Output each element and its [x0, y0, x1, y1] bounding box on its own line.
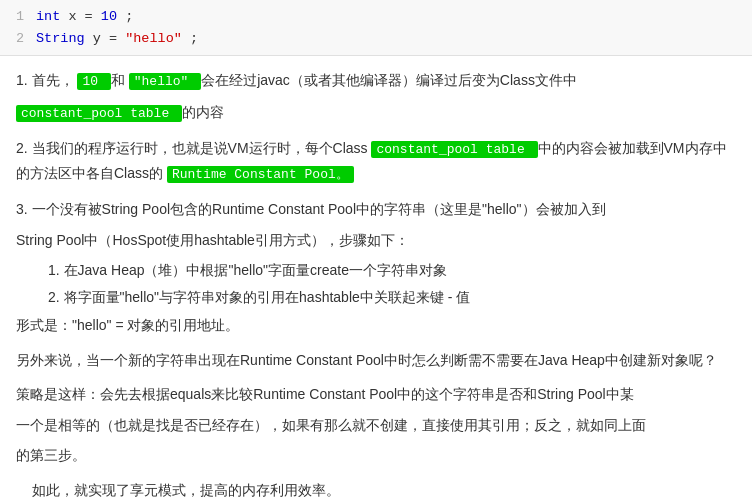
highlight-constant-pool: constant_pool table	[16, 105, 182, 122]
string-literal: "hello"	[125, 31, 182, 46]
item1-prefix: 1. 首先，	[16, 72, 74, 88]
extra-2-text-line3: 的第三步。	[16, 447, 86, 463]
sub-item-1: 1. 在Java Heap（堆）中根据"hello"字面量create一个字符串…	[48, 258, 736, 283]
sub-list: 1. 在Java Heap（堆）中根据"hello"字面量create一个字符串…	[48, 258, 736, 309]
code-content-2: String y = "hello" ;	[32, 28, 198, 50]
code-text: ;	[125, 9, 133, 24]
item2-prefix: 2. 当我们的程序运行时，也就是说VM运行时，每个Class	[16, 140, 371, 156]
extra-1-text: 另外来说，当一个新的字符串出现在Runtime Constant Pool中时怎…	[16, 352, 717, 368]
extra-2-text-line2: 一个是相等的（也就是找是否已经存在），如果有那么就不创建，直接使用其引用；反之，…	[16, 417, 646, 433]
main-container: 1 int x = 10 ; 2 String y = "hello" ; 1.…	[0, 0, 752, 501]
highlight-constant-pool-2: constant_pool table	[371, 141, 537, 158]
item3-text: 3. 一个没有被String Pool包含的Runtime Constant P…	[16, 201, 606, 217]
line-number-2: 2	[0, 28, 32, 50]
item1-text3: 的内容	[182, 104, 224, 120]
section-3: 3. 一个没有被String Pool包含的Runtime Constant P…	[16, 197, 736, 338]
item1-line1: 1. 首先， 10 和 "hello" 会在经过javac（或者其他编译器）编译…	[16, 68, 736, 94]
extra-2-text-line1: 策略是这样：会先去根据equals来比较Runtime Constant Poo…	[16, 386, 634, 402]
item3-main: 3. 一个没有被String Pool包含的Runtime Constant P…	[16, 197, 736, 222]
highlight-runtime-constant-pool: Runtime Constant Pool。	[167, 166, 354, 183]
extra-para-1: 另外来说，当一个新的字符串出现在Runtime Constant Pool中时怎…	[16, 348, 736, 373]
section-2: 2. 当我们的程序运行时，也就是说VM运行时，每个Class constant_…	[16, 136, 736, 188]
sub-item-2: 2. 将字面量"hello"与字符串对象的引用在hashtable中关联起来键 …	[48, 285, 736, 310]
code-text: ;	[190, 31, 198, 46]
code-line-1: 1 int x = 10 ;	[0, 6, 752, 28]
code-content-1: int x = 10 ;	[32, 6, 133, 28]
item2-text: 2. 当我们的程序运行时，也就是说VM运行时，每个Class constant_…	[16, 136, 736, 188]
keyword-string: String	[36, 31, 85, 46]
line-number-1: 1	[0, 6, 32, 28]
sub-item-2-text: 2. 将字面量"hello"与字符串对象的引用在hashtable中关联起来键 …	[48, 289, 470, 305]
extra-para-3: 如此，就实现了享元模式，提高的内存利用效率。	[32, 478, 736, 501]
item3-form-text: 形式是："hello" = 对象的引用地址。	[16, 317, 239, 333]
section-1: 1. 首先， 10 和 "hello" 会在经过javac（或者其他编译器）编译…	[16, 68, 736, 126]
highlight-10: 10	[77, 73, 110, 90]
item3-continuation: String Pool中（HosSpot使用hashtable引用方式），步骤如…	[16, 228, 736, 253]
extra-para-2-line3: 的第三步。	[16, 443, 736, 468]
keyword-int: int	[36, 9, 60, 24]
extra-3-text: 如此，就实现了享元模式，提高的内存利用效率。	[32, 482, 340, 498]
content-area: 1. 首先， 10 和 "hello" 会在经过javac（或者其他编译器）编译…	[0, 56, 752, 501]
item1-line2: constant_pool table 的内容	[16, 100, 736, 126]
sub-item-1-text: 1. 在Java Heap（堆）中根据"hello"字面量create一个字符串…	[48, 262, 447, 278]
number-literal: 10	[101, 9, 117, 24]
extra-para-2-line2: 一个是相等的（也就是找是否已经存在），如果有那么就不创建，直接使用其引用；反之，…	[16, 413, 736, 438]
code-text: x =	[68, 9, 100, 24]
extra-para-2: 策略是这样：会先去根据equals来比较Runtime Constant Poo…	[16, 382, 736, 407]
item1-text2: 会在经过javac（或者其他编译器）编译过后变为Class文件中	[201, 72, 577, 88]
code-block: 1 int x = 10 ; 2 String y = "hello" ;	[0, 0, 752, 56]
highlight-hello: "hello"	[129, 73, 201, 90]
item3-form: 形式是："hello" = 对象的引用地址。	[16, 313, 736, 338]
code-line-2: 2 String y = "hello" ;	[0, 28, 752, 50]
code-text: y =	[93, 31, 125, 46]
item3-text2: String Pool中（HosSpot使用hashtable引用方式），步骤如…	[16, 232, 409, 248]
item1-text1: 和	[111, 72, 129, 88]
